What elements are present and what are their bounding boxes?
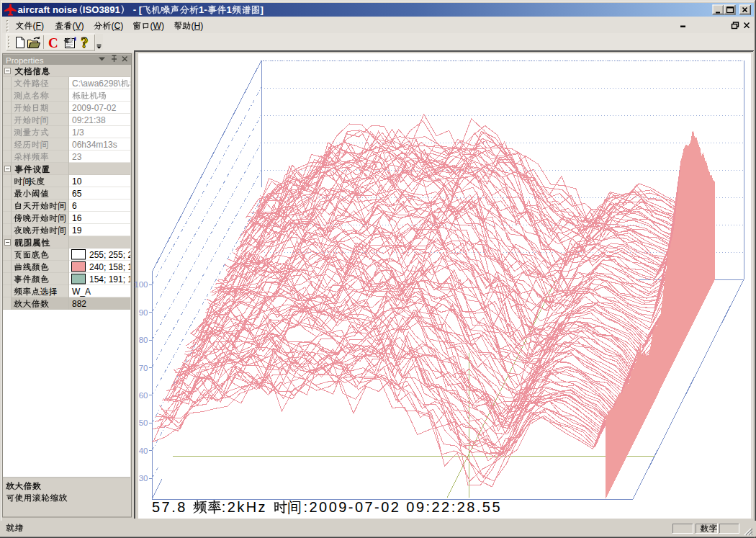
svg-text:19: 19 bbox=[72, 225, 82, 236]
svg-text:(W): (W) bbox=[150, 21, 164, 31]
svg-text:Properties: Properties bbox=[6, 56, 44, 65]
svg-text:70: 70 bbox=[139, 364, 148, 372]
svg-text:16: 16 bbox=[72, 213, 82, 223]
svg-text:10: 10 bbox=[72, 176, 82, 187]
svg-text:80: 80 bbox=[139, 336, 148, 344]
svg-text:57.8: 57.8 bbox=[152, 499, 193, 515]
svg-text:间: 间 bbox=[40, 140, 49, 150]
svg-text:65: 65 bbox=[72, 189, 82, 199]
svg-text:(V): (V) bbox=[72, 21, 84, 31]
svg-text:1-: 1- bbox=[199, 4, 207, 15]
svg-text:30: 30 bbox=[139, 474, 148, 483]
svg-text:882: 882 bbox=[72, 299, 86, 309]
svg-text:]: ] bbox=[261, 4, 264, 15]
svg-text:间: 间 bbox=[58, 225, 66, 236]
svg-text:09:21:38: 09:21:38 bbox=[72, 115, 106, 125]
svg-text:6: 6 bbox=[72, 201, 77, 211]
svg-text:(H): (H) bbox=[191, 21, 203, 31]
svg-text:1: 1 bbox=[226, 4, 231, 15]
svg-text:1/3: 1/3 bbox=[72, 127, 84, 138]
svg-text:W_A: W_A bbox=[72, 287, 91, 297]
svg-text:40: 40 bbox=[139, 447, 148, 455]
svg-text:06h34m13s: 06h34m13s bbox=[72, 140, 117, 150]
svg-text:选择: 选择 bbox=[40, 287, 58, 297]
svg-text:- [: - [ bbox=[130, 4, 143, 15]
svg-text:间: 间 bbox=[58, 213, 66, 223]
svg-text:50: 50 bbox=[139, 418, 148, 427]
svg-text:23: 23 bbox=[72, 152, 82, 162]
svg-text:aircraft noise: aircraft noise bbox=[18, 4, 78, 15]
svg-text:间: 间 bbox=[58, 201, 66, 211]
svg-text:(C): (C) bbox=[111, 21, 123, 31]
svg-text:2009-07-02: 2009-07-02 bbox=[72, 103, 117, 113]
svg-text:255; 255; 25: 255; 255; 25 bbox=[89, 250, 138, 260]
svg-text:240; 158; 15: 240; 158; 15 bbox=[89, 262, 138, 272]
svg-text::2kHz: :2kHz bbox=[222, 499, 273, 515]
svg-text:间: 间 bbox=[40, 115, 49, 125]
svg-text:C: C bbox=[48, 35, 58, 50]
svg-text:60: 60 bbox=[139, 391, 148, 400]
svg-text:?: ? bbox=[81, 35, 88, 50]
svg-text:90: 90 bbox=[139, 308, 148, 317]
svg-text:154; 191; 18: 154; 191; 18 bbox=[89, 274, 138, 284]
svg-text:间:2009-07-02 09:22:28.55: 间:2009-07-02 09:22:28.55 bbox=[287, 499, 502, 515]
svg-text:100: 100 bbox=[134, 280, 148, 289]
svg-text:C:\awa6298\: C:\awa6298\ bbox=[72, 79, 121, 89]
svg-text:ISO3891: ISO3891 bbox=[83, 4, 120, 15]
svg-text:(F): (F) bbox=[32, 21, 44, 31]
